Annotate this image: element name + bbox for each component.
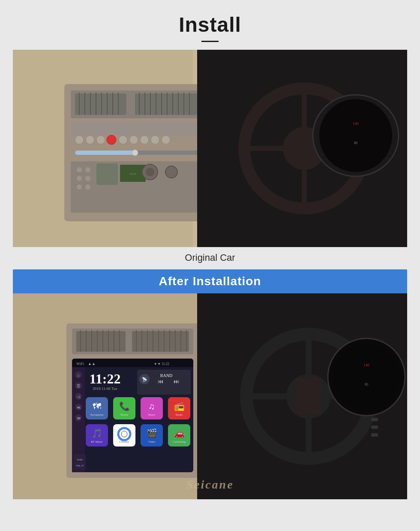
svg-text:2018-11-06  Tue: 2018-11-06 Tue xyxy=(93,386,117,391)
svg-text:Phone: Phone xyxy=(120,413,128,416)
svg-text:CarSetting: CarSetting xyxy=(173,440,186,444)
after-install-svg: WiFi ▲▲ ♥ ▼ 11:22 ⌂ ☰ ◁ ≪ ≫ 11:22 2018-1… xyxy=(13,293,407,499)
svg-point-42 xyxy=(77,184,82,190)
svg-text:🎬: 🎬 xyxy=(147,428,157,438)
svg-point-32 xyxy=(151,136,159,144)
svg-text:140: 140 xyxy=(363,363,369,367)
page-wrapper: Install xyxy=(0,0,420,508)
svg-text:⏭: ⏭ xyxy=(174,378,180,385)
svg-point-58 xyxy=(319,99,392,172)
svg-point-48 xyxy=(146,168,154,176)
svg-rect-44 xyxy=(96,163,118,185)
svg-point-27 xyxy=(96,136,105,144)
svg-point-33 xyxy=(162,136,170,144)
svg-text:WiFi: WiFi xyxy=(77,458,83,462)
svg-point-39 xyxy=(85,167,90,172)
svg-text:--:--: --:-- xyxy=(129,171,136,176)
seicane-watermark: Seicane xyxy=(186,478,234,492)
svg-rect-65 xyxy=(76,331,126,352)
title-divider xyxy=(201,41,219,42)
svg-point-30 xyxy=(129,136,138,144)
svg-rect-152 xyxy=(371,433,378,437)
original-car-caption: Original Car xyxy=(185,252,235,263)
svg-point-43 xyxy=(85,184,90,190)
svg-rect-151 xyxy=(371,425,378,429)
svg-text:80: 80 xyxy=(354,141,357,145)
svg-text:⌂: ⌂ xyxy=(77,373,79,377)
after-install-banner: After Installation xyxy=(13,269,407,293)
svg-text:🗺: 🗺 xyxy=(93,401,101,411)
original-car-svg: --:-- 140 80 xyxy=(13,50,407,247)
after-install-label: After Installation xyxy=(159,275,261,288)
svg-point-41 xyxy=(85,176,90,181)
svg-text:≫: ≫ xyxy=(77,416,81,420)
svg-point-28 xyxy=(107,135,116,145)
svg-rect-24 xyxy=(71,123,204,136)
page-title: Install xyxy=(179,13,241,36)
svg-text:🎵: 🎵 xyxy=(92,428,102,438)
svg-text:140: 140 xyxy=(353,121,359,126)
svg-text:Chrome: Chrome xyxy=(120,440,129,444)
svg-text:Radio: Radio xyxy=(176,413,183,416)
svg-text:Music: Music xyxy=(148,413,156,416)
svg-point-29 xyxy=(119,136,127,144)
svg-text:≪: ≪ xyxy=(77,405,81,410)
svg-text:🚗: 🚗 xyxy=(174,428,185,438)
original-car-image-container: --:-- 140 80 xyxy=(13,50,407,247)
svg-point-31 xyxy=(140,136,149,144)
svg-text:📻: 📻 xyxy=(174,401,185,411)
svg-text:sng_sl: sng_sl xyxy=(76,464,84,467)
svg-point-36 xyxy=(132,150,138,156)
svg-text:BAND: BAND xyxy=(160,373,172,378)
svg-point-38 xyxy=(77,167,82,172)
svg-text:♫: ♫ xyxy=(149,401,155,411)
after-install-image-container: WiFi ▲▲ ♥ ▼ 11:22 ⌂ ☰ ◁ ≪ ≫ 11:22 2018-1… xyxy=(13,293,407,499)
svg-point-26 xyxy=(86,136,94,144)
svg-text:80: 80 xyxy=(365,383,368,386)
svg-point-127 xyxy=(121,431,127,437)
svg-text:▲▲: ▲▲ xyxy=(88,362,96,366)
svg-point-25 xyxy=(75,136,84,144)
svg-rect-35 xyxy=(75,151,135,155)
svg-text:♥ ▼ 11:22: ♥ ▼ 11:22 xyxy=(154,362,169,366)
svg-point-40 xyxy=(77,176,82,181)
svg-text:11:22: 11:22 xyxy=(90,371,121,386)
svg-text:BT Music: BT Music xyxy=(91,440,103,444)
svg-rect-13 xyxy=(135,94,197,115)
svg-text:Video: Video xyxy=(148,440,156,444)
svg-text:☰: ☰ xyxy=(77,384,80,388)
svg-point-147 xyxy=(333,344,400,410)
svg-text:⏮: ⏮ xyxy=(158,378,164,385)
svg-rect-150 xyxy=(371,418,378,421)
svg-text:📞: 📞 xyxy=(119,401,130,411)
svg-rect-145 xyxy=(296,378,321,414)
svg-rect-135 xyxy=(74,454,86,470)
svg-text:Navigation: Navigation xyxy=(90,413,104,416)
svg-text:📡: 📡 xyxy=(142,377,147,382)
svg-text:WiFi: WiFi xyxy=(76,362,84,366)
svg-text:◁: ◁ xyxy=(77,395,80,399)
svg-point-49 xyxy=(165,166,177,178)
